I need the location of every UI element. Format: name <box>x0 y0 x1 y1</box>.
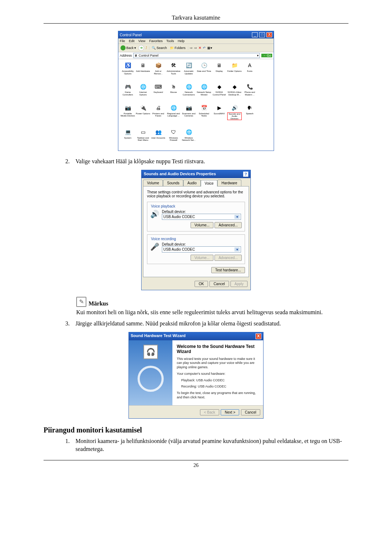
rule-bottom <box>44 460 348 460</box>
cp-item[interactable]: 🎮Game Controllers <box>121 82 135 103</box>
cp-item[interactable]: 🖥Add Hardware <box>136 61 150 82</box>
menu-tools[interactable]: Tools <box>166 39 174 43</box>
cp-item[interactable]: 🗣Speech <box>242 104 257 127</box>
cp-item[interactable]: 🔊Sounds and Audio Devices <box>227 104 242 127</box>
cp-item[interactable]: 🌐Regional and Language ... <box>166 104 181 127</box>
recording-device-select[interactable]: USB Audio CODEC ▾ <box>162 246 241 253</box>
cp-item[interactable]: 📞Phone and Modem ... <box>242 82 257 103</box>
tab-audio[interactable]: Audio <box>183 180 201 186</box>
cp-icon-grid: ♿Accessibility Options🖥Add Hardware📦Add … <box>118 59 274 151</box>
cp-item[interactable]: 🖱Mouse <box>166 82 181 103</box>
address-label: Address <box>120 54 132 57</box>
folders-button[interactable]: 📁 Folders <box>169 46 186 50</box>
menu-file[interactable]: File <box>120 39 125 43</box>
cp-item[interactable]: ◆NVIDIA nView Desktop M... <box>227 82 242 103</box>
cancel-button[interactable]: Cancel <box>209 281 229 287</box>
menu-edit[interactable]: Edit <box>129 39 135 43</box>
cp-item[interactable]: ▭Taskbar and Start Menu <box>136 128 150 148</box>
cp-item[interactable]: 🌐Network Setup Wizard <box>197 82 211 103</box>
step-text-2: Valige vahekaart Hääl ja klõpsake nuppu … <box>75 157 348 165</box>
cp-item[interactable]: ⌨Keyboard <box>151 82 166 103</box>
cp-item[interactable]: 📷Scanners and Cameras <box>181 104 196 127</box>
cp-item[interactable]: 🌐Network Connections <box>181 82 196 103</box>
forward-button[interactable]: ➔ <box>138 45 144 51</box>
playback-volume-button[interactable]: Volume... <box>191 222 214 228</box>
cp-item-icon: 🌐 <box>185 129 193 136</box>
wizard-p1: This wizard tests your sound hardware to… <box>177 357 259 370</box>
wizard-next-button[interactable]: Next > <box>221 409 239 415</box>
note-text: Kui monitori heli on liiga nõrk, siis en… <box>76 308 348 316</box>
cp-item[interactable]: 👥User Accounts <box>151 128 166 148</box>
cp-item[interactable]: 🌐Internet Options <box>136 82 150 103</box>
help-icon[interactable]: ? <box>243 172 248 177</box>
menu-favorites[interactable]: Favorites <box>149 39 163 43</box>
cp-item-icon: 🖨 <box>154 104 162 112</box>
cp-item-label: Scanners and Cameras <box>181 112 196 117</box>
move-icon[interactable]: ⇨ <box>190 46 193 50</box>
playback-device-select[interactable]: USB Audio CODEC ▾ <box>162 214 241 220</box>
tab-sounds[interactable]: Sounds <box>163 180 183 186</box>
cp-item[interactable]: 🛠Administrative Tools <box>166 61 181 82</box>
back-icon <box>121 45 126 50</box>
views-icon[interactable]: ▦▾ <box>207 46 212 50</box>
cp-item-label: Portable Media Devices <box>121 112 135 117</box>
copy-icon[interactable]: ⇨ <box>194 46 197 50</box>
cp-item-icon: 👥 <box>154 129 162 136</box>
note-label: Märkus <box>89 300 108 307</box>
note-icon: ✎ <box>76 297 86 307</box>
cp-item[interactable]: AFonts <box>242 61 257 82</box>
cp-item[interactable]: 🔌Power Options <box>136 104 150 127</box>
up-button[interactable]: ⤴ <box>146 46 147 50</box>
menu-view[interactable]: View <box>138 39 145 43</box>
tab-volume[interactable]: Volume <box>143 180 163 186</box>
cp-item[interactable]: 📅Scheduled Tasks <box>197 104 211 127</box>
go-button[interactable]: → Go <box>261 54 272 57</box>
ring-icon <box>138 366 164 392</box>
cp-item[interactable]: 🔄Automatic Updates <box>181 61 196 82</box>
wizard-cancel-button[interactable]: Cancel <box>241 409 260 415</box>
cp-item[interactable]: 🕒Date and Time <box>197 61 211 82</box>
undo-icon[interactable]: ↶ <box>203 46 206 50</box>
close-icon[interactable]: X <box>266 32 272 37</box>
page-header: Tarkvara kasutamine <box>44 15 348 21</box>
test-hardware-button[interactable]: Test hardware... <box>211 267 245 273</box>
item-number-1: 1. <box>65 437 72 453</box>
cp-item[interactable]: 🖨Printers and Faxes <box>151 104 166 127</box>
playback-advanced-button[interactable]: Advanced... <box>215 222 242 228</box>
minimize-icon[interactable]: _ <box>252 32 258 37</box>
cp-item[interactable]: 🌐Wireless Network Set... <box>181 128 196 148</box>
cp-item[interactable]: 🖥Display <box>212 61 226 82</box>
cp-item[interactable]: ◆NVIDIA Control Panel <box>212 82 226 103</box>
cp-item-icon: 📁 <box>230 62 238 69</box>
cp-item[interactable]: 📦Add or Remov... <box>151 61 166 82</box>
search-button[interactable]: 🔍 Search <box>151 46 168 50</box>
chevron-down-icon[interactable]: ▾ <box>257 54 259 57</box>
menu-help[interactable]: Help <box>178 39 185 43</box>
cp-item-icon: 🕒 <box>200 62 208 69</box>
cp-item[interactable]: 🛡Windows Firewall <box>166 128 181 148</box>
cp-item-label: System <box>121 137 135 139</box>
cp-item[interactable]: 📁Folder Options <box>227 61 242 82</box>
address-field[interactable]: 🖥 Control Panel ▾ <box>133 53 260 58</box>
playback-device-value: USB Audio CODEC <box>163 215 195 219</box>
go-label: Go <box>267 54 271 57</box>
cp-item[interactable]: 💻System <box>121 128 135 148</box>
maximize-icon[interactable]: □ <box>259 32 265 37</box>
cp-item[interactable]: ♿Accessibility Options <box>121 61 135 82</box>
step-number-2: 2. <box>65 157 72 165</box>
wizard-p2: Your computer's sound hardware: <box>177 372 259 376</box>
back-button[interactable]: Back ▾ <box>120 45 137 51</box>
cp-item-icon: ⌨ <box>154 83 162 90</box>
cp-item-label: Keyboard <box>151 91 166 94</box>
cp-item-icon: ▭ <box>139 129 147 136</box>
cp-item[interactable]: ▶SoundMAX <box>212 104 226 127</box>
wizard-back-button: < Back <box>200 409 219 415</box>
tab-voice[interactable]: Voice <box>201 180 217 186</box>
voice-recording-group: Voice recording 🎤 Default device: USB Au… <box>147 234 245 264</box>
close-icon[interactable]: X <box>256 333 261 339</box>
cp-item-label: Windows Firewall <box>166 137 181 141</box>
delete-icon[interactable]: ✕ <box>199 46 201 50</box>
ok-button[interactable]: OK <box>195 281 208 287</box>
cp-item[interactable]: 📷Portable Media Devices <box>121 104 135 127</box>
tab-hardware[interactable]: Hardware <box>217 180 241 186</box>
